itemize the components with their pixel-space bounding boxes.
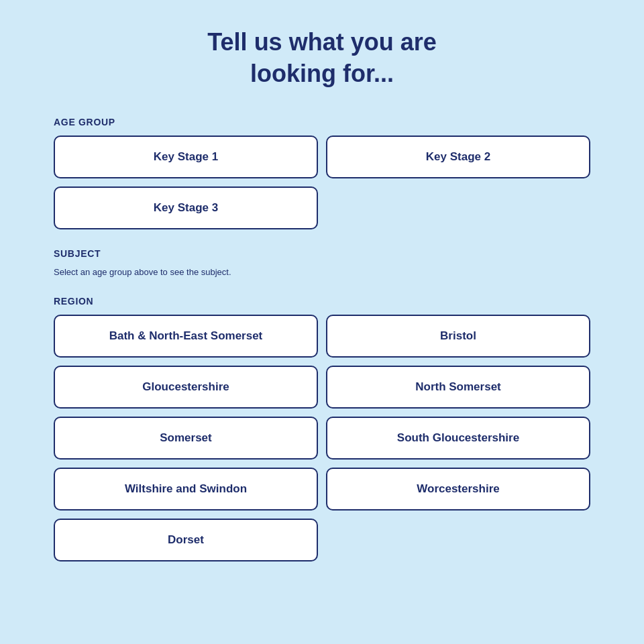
region-gloucestershire-button[interactable]: Gloucestershire <box>54 366 318 409</box>
region-bath-button[interactable]: Bath & North-East Somerset <box>54 315 318 358</box>
region-label: REGION <box>54 296 590 307</box>
age-group-ks3-button[interactable]: Key Stage 3 <box>54 186 318 229</box>
region-worcestershire-button[interactable]: Worcestershire <box>326 468 590 511</box>
region-dorset-button[interactable]: Dorset <box>54 519 318 561</box>
page-title: Tell us what you are looking for... <box>54 27 590 90</box>
region-wiltshire-button[interactable]: Wiltshire and Swindon <box>54 468 318 511</box>
region-somerset-button[interactable]: Somerset <box>54 417 318 460</box>
region-grid: Bath & North-East Somerset Bristol Glouc… <box>54 315 590 561</box>
subject-section: SUBJECT Select an age group above to see… <box>54 248 590 277</box>
region-section: REGION Bath & North-East Somerset Bristo… <box>54 296 590 561</box>
age-group-section: AGE GROUP Key Stage 1 Key Stage 2 Key St… <box>54 117 590 229</box>
subject-hint: Select an age group above to see the sub… <box>54 267 590 277</box>
region-bristol-button[interactable]: Bristol <box>326 315 590 358</box>
age-group-grid: Key Stage 1 Key Stage 2 Key Stage 3 <box>54 136 590 229</box>
region-north-somerset-button[interactable]: North Somerset <box>326 366 590 409</box>
age-group-label: AGE GROUP <box>54 117 590 127</box>
age-group-ks1-button[interactable]: Key Stage 1 <box>54 136 318 178</box>
subject-label: SUBJECT <box>54 248 590 259</box>
region-south-gloucestershire-button[interactable]: South Gloucestershire <box>326 417 590 460</box>
age-group-ks2-button[interactable]: Key Stage 2 <box>326 136 590 178</box>
